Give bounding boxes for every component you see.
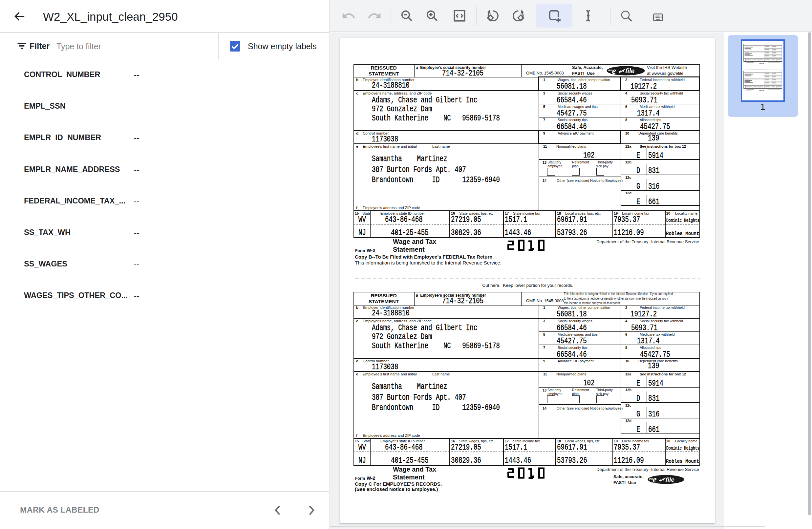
- svg-text:e: e: [653, 474, 657, 484]
- svg-text:2010: 2010: [759, 90, 764, 92]
- svg-text:file: file: [666, 476, 675, 483]
- svg-text:e: e: [612, 66, 616, 75]
- svg-text:file: file: [625, 67, 635, 74]
- svg-text:2010: 2010: [759, 63, 764, 65]
